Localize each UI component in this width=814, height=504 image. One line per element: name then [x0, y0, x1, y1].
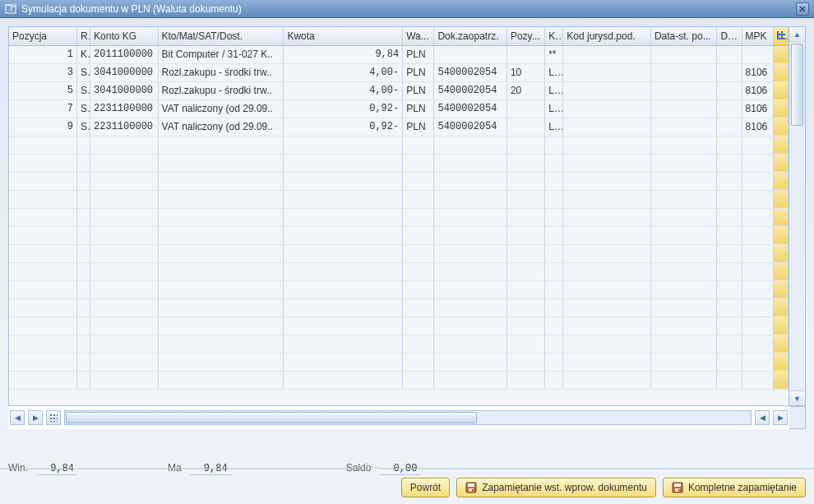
cell-dzi[interactable]: [717, 371, 742, 389]
table-row[interactable]: [9, 335, 789, 353]
cell-kwota[interactable]: [284, 298, 403, 317]
cell-data[interactable]: [650, 118, 716, 136]
cell-pozycja[interactable]: [9, 298, 76, 317]
scroll-right-end-button[interactable]: ▶: [773, 410, 788, 425]
cell-pozy[interactable]: [506, 208, 544, 226]
cell-kod[interactable]: [563, 262, 651, 280]
cell-dok[interactable]: [434, 226, 507, 244]
cell-pozycja[interactable]: [9, 136, 76, 154]
cell-dok[interactable]: 5400002054: [434, 118, 507, 136]
cell-data[interactable]: [650, 154, 716, 172]
cell-mpk[interactable]: [742, 317, 773, 335]
cell-kwota[interactable]: [284, 371, 403, 389]
cell-kwota[interactable]: [284, 226, 403, 244]
table-row[interactable]: 9S2231100000VAT naliczony (od 29.09..0,9…: [9, 118, 789, 136]
col-pozycja[interactable]: Pozycja: [9, 27, 76, 45]
cell-kod[interactable]: [563, 335, 651, 353]
cell-r[interactable]: [76, 335, 90, 353]
cell-dzi[interactable]: [717, 99, 742, 118]
cell-mpk[interactable]: 8106: [742, 99, 773, 118]
col-r[interactable]: R: [76, 27, 90, 45]
cell-kto[interactable]: [158, 335, 284, 353]
cell-pozycja[interactable]: 5: [9, 81, 76, 99]
cell-konto[interactable]: [90, 298, 158, 317]
cell-k[interactable]: [545, 208, 563, 226]
cell-pozycja[interactable]: [9, 371, 76, 389]
cell-data[interactable]: [650, 262, 716, 280]
scroll-left-end-button[interactable]: ◀: [755, 410, 770, 425]
cell-mpk[interactable]: [742, 262, 773, 280]
cell-r[interactable]: [76, 244, 90, 262]
cell-r[interactable]: [76, 226, 90, 244]
table-row[interactable]: [9, 136, 789, 154]
cell-kod[interactable]: [563, 136, 651, 154]
table-row[interactable]: [9, 208, 789, 226]
cell-pozycja[interactable]: [9, 335, 76, 353]
cell-pozycja[interactable]: [9, 208, 76, 226]
cell-kwota[interactable]: [284, 280, 403, 298]
cell-dzi[interactable]: [717, 81, 742, 99]
cell-pozycja[interactable]: 9: [9, 118, 76, 136]
cell-pozycja[interactable]: [9, 353, 76, 371]
cell-pozy[interactable]: [506, 154, 544, 172]
cell-wa[interactable]: PLN: [403, 81, 434, 99]
cell-mpk[interactable]: [742, 136, 773, 154]
cell-kto[interactable]: [158, 154, 284, 172]
cell-r[interactable]: S: [76, 118, 90, 136]
col-dzi[interactable]: Dzi...: [717, 27, 742, 45]
cell-kod[interactable]: [563, 353, 651, 371]
cell-kod[interactable]: [563, 226, 651, 244]
cell-r[interactable]: K: [76, 45, 90, 63]
cell-pozycja[interactable]: [9, 190, 76, 208]
cell-wa[interactable]: [403, 335, 434, 353]
cell-konto[interactable]: [90, 262, 158, 280]
cell-pozycja[interactable]: [9, 226, 76, 244]
cell-kto[interactable]: [158, 226, 284, 244]
cell-konto[interactable]: [90, 208, 158, 226]
cell-mpk[interactable]: [742, 244, 773, 262]
cell-kwota[interactable]: [284, 208, 403, 226]
col-data[interactable]: Data-st. po...: [650, 27, 716, 45]
cell-kto[interactable]: [158, 262, 284, 280]
cell-konto[interactable]: 2231100000: [90, 118, 158, 136]
cell-kwota[interactable]: [284, 317, 403, 335]
cell-mpk[interactable]: 8106: [742, 118, 773, 136]
cell-konto[interactable]: [90, 280, 158, 298]
table-row[interactable]: [9, 262, 789, 280]
cell-kto[interactable]: [158, 280, 284, 298]
cell-pozycja[interactable]: 1: [9, 45, 76, 63]
cell-kto[interactable]: [158, 208, 284, 226]
cell-data[interactable]: [650, 63, 716, 81]
cell-data[interactable]: [650, 335, 716, 353]
cell-dzi[interactable]: [717, 244, 742, 262]
cell-pozy[interactable]: [506, 190, 544, 208]
cell-data[interactable]: [650, 280, 716, 298]
cell-wa[interactable]: [403, 172, 434, 190]
cell-data[interactable]: [650, 172, 716, 190]
cell-k[interactable]: [545, 335, 563, 353]
cell-r[interactable]: [76, 262, 90, 280]
table-row[interactable]: [9, 353, 789, 371]
col-kwota[interactable]: Kwota: [284, 27, 403, 45]
cell-dzi[interactable]: [717, 280, 742, 298]
cell-dok[interactable]: [434, 45, 507, 63]
cell-dzi[interactable]: [717, 118, 742, 136]
scroll-down-button[interactable]: ▼: [789, 391, 805, 405]
cell-kwota[interactable]: 9,84: [284, 45, 403, 63]
cell-data[interactable]: [650, 208, 716, 226]
vscroll-thumb[interactable]: [791, 44, 803, 126]
cell-pozy[interactable]: 10: [506, 63, 544, 81]
cell-pozycja[interactable]: 7: [9, 99, 76, 118]
cell-r[interactable]: [76, 280, 90, 298]
cell-pozy[interactable]: 20: [506, 81, 544, 99]
cell-r[interactable]: [76, 136, 90, 154]
table-row[interactable]: [9, 317, 789, 335]
back-button[interactable]: Powrót: [401, 478, 450, 497]
cell-kwota[interactable]: 0,92-: [284, 118, 403, 136]
cell-r[interactable]: [76, 317, 90, 335]
cell-konto[interactable]: 3041000000: [90, 81, 158, 99]
cell-wa[interactable]: [403, 317, 434, 335]
cell-kwota[interactable]: 4,00-: [284, 63, 403, 81]
cell-k[interactable]: L0: [545, 81, 563, 99]
cell-pozycja[interactable]: [9, 262, 76, 280]
